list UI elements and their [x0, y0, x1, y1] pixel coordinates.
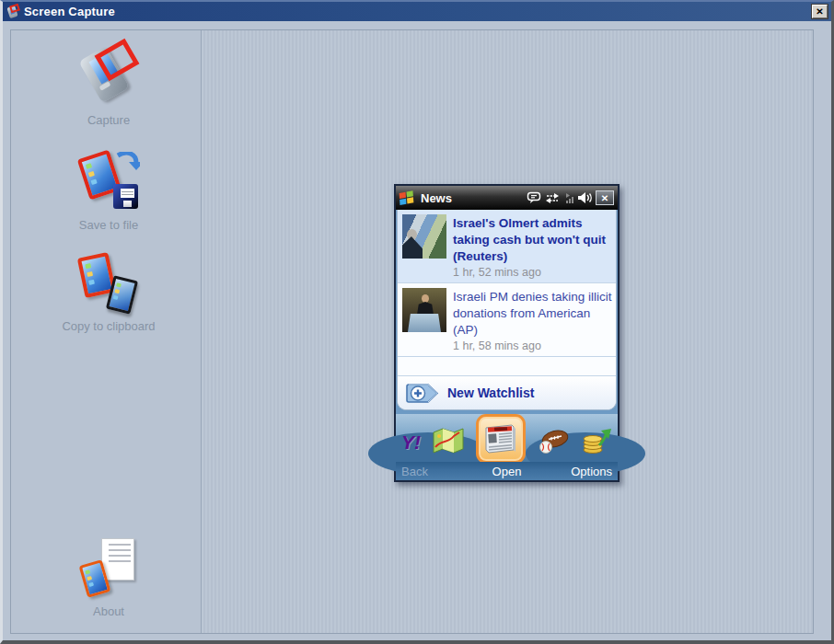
news-thumbnail-2: [402, 288, 446, 332]
phone-app-title: News: [421, 191, 524, 205]
yahoo-icon[interactable]: Y!: [401, 431, 421, 454]
copy-to-clipboard-icon: [75, 253, 142, 312]
copy-to-clipboard-button[interactable]: Copy to clipboard: [26, 253, 191, 333]
sports-icon[interactable]: [537, 429, 570, 454]
phone-app-toolbar: Y!: [396, 414, 618, 462]
phone-content: Israel's Olmert admits taking cash but w…: [396, 210, 618, 414]
save-to-file-button[interactable]: Save to file: [26, 152, 191, 232]
about-button[interactable]: About: [26, 538, 191, 618]
signal-icon: [562, 192, 574, 204]
data-sync-arrows-icon: [545, 192, 560, 204]
maps-icon[interactable]: [432, 427, 465, 454]
window-title: Screen Capture: [24, 5, 808, 18]
messaging-bubble-icon: [527, 191, 542, 204]
news-timestamp: 1 hr, 52 mins ago: [453, 266, 612, 279]
volume-icon[interactable]: [577, 191, 593, 204]
capture-label: Capture: [26, 113, 191, 127]
news-list-panel: Israel's Olmert admits taking cash but w…: [397, 210, 617, 410]
newspaper-icon: [482, 422, 519, 455]
news-item-1[interactable]: Israel's Olmert admits taking cash but w…: [398, 210, 616, 283]
copy-to-clipboard-label: Copy to clipboard: [26, 319, 191, 333]
news-thumbnail-1: [402, 214, 446, 259]
captured-phone-screenshot: News: [394, 184, 620, 482]
capture-button[interactable]: Capture: [26, 47, 191, 127]
softkey-open[interactable]: Open: [471, 465, 541, 478]
phone-close-button[interactable]: ✕: [596, 190, 614, 205]
softkey-back[interactable]: Back: [401, 465, 471, 478]
news-item-2[interactable]: Israeli PM denies taking illicit donatio…: [398, 283, 616, 357]
save-to-file-label: Save to file: [26, 218, 191, 232]
app-icon: [6, 5, 20, 18]
window-close-button[interactable]: ✕: [812, 5, 828, 18]
news-headline: Israeli PM denies taking illicit donatio…: [453, 290, 612, 337]
finance-icon[interactable]: [581, 427, 612, 454]
new-watchlist-label: New Watchlist: [447, 385, 534, 400]
news-timestamp: 1 hr, 58 mins ago: [453, 339, 612, 352]
save-to-file-icon: [75, 152, 142, 211]
windows-flag-icon: [400, 190, 416, 204]
new-watchlist-button[interactable]: New Watchlist: [398, 375, 616, 409]
screen-capture-window: Screen Capture ✕ Capture Save to file: [0, 0, 834, 644]
softkey-options[interactable]: Options: [542, 465, 612, 478]
about-label: About: [26, 604, 191, 618]
news-headline: Israel's Olmert admits taking cash but w…: [453, 216, 606, 263]
phone-titlebar: News: [396, 186, 618, 210]
curved-arrow-icon: [116, 152, 140, 170]
about-icon: [75, 538, 142, 597]
news-icon-selected[interactable]: [476, 414, 526, 464]
add-watchlist-icon: [406, 383, 439, 404]
phone-softkey-bar: Back Open Options: [396, 462, 618, 480]
window-titlebar: Screen Capture ✕: [3, 2, 831, 21]
capture-icon: [75, 47, 142, 106]
